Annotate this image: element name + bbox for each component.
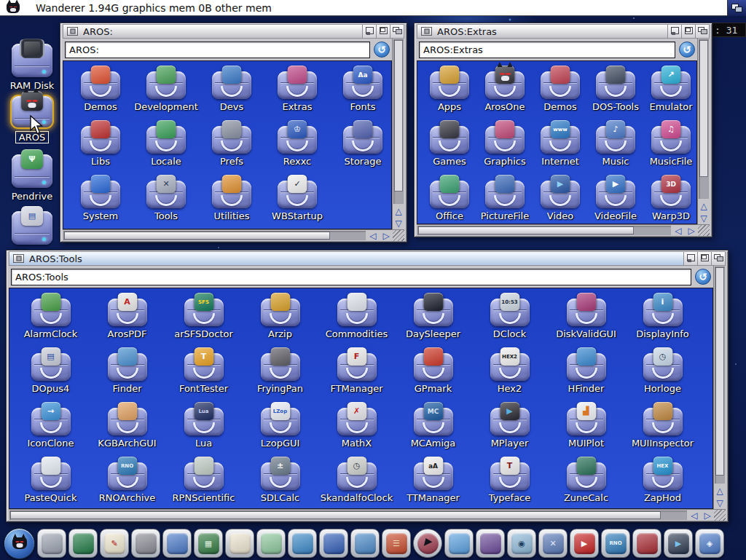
drawer-icon-RPNScientific[interactable]: RPNScientific	[165, 455, 242, 509]
drawer-icon-Apps[interactable]: Apps	[422, 64, 477, 119]
path-input[interactable]	[419, 42, 675, 58]
vscroll-track[interactable]	[699, 39, 709, 199]
hscroll-track[interactable]	[417, 226, 671, 235]
drawer-icon-Extras[interactable]: Extras	[264, 64, 330, 119]
drawer-icon-Arzip[interactable]: Arzip	[242, 291, 318, 346]
titlebar[interactable]: AROS:	[63, 24, 404, 39]
drawer-icon-MUIPlot[interactable]: ▟MUIPlot	[548, 401, 624, 455]
dock-item-video-editor[interactable]	[68, 529, 98, 558]
drawer-icon-Lua[interactable]: LuaLua	[165, 401, 242, 455]
dock-item-image-viewer[interactable]	[350, 529, 380, 558]
drawer-icon-AlarmClock[interactable]: AlarmClock	[12, 291, 89, 346]
screen-depth-gadget[interactable]	[727, 0, 746, 16]
drawer-icon-Demos[interactable]: Demos	[68, 64, 133, 119]
drawer-icon-Hex2[interactable]: HEX2Hex2	[471, 346, 548, 401]
dock-item-calendar-clock[interactable]	[162, 529, 192, 558]
drawer-icon-arSFSDoctor[interactable]: SFSarSFSDoctor	[165, 291, 242, 346]
dock-item-media-player[interactable]	[413, 529, 442, 558]
drawer-icon-SkandalfoClock[interactable]: ◷SkandalfoClock	[318, 455, 395, 509]
titlebar[interactable]: AROS:Tools	[9, 251, 726, 266]
drawer-icon-ArosPDF[interactable]: AArosPDF	[89, 291, 165, 346]
drawer-icon-ZapHod[interactable]: HEXZapHod	[624, 455, 701, 509]
scroll-up-button[interactable]: △	[714, 484, 726, 497]
drawer-icon-FTManager[interactable]: FFTManager	[318, 346, 395, 401]
drawer-icon-Utilities[interactable]: Utilities	[199, 173, 264, 228]
desktop-icon-Pendrive[interactable]: ΨPendrive	[3, 147, 61, 202]
dock-item-network-screens[interactable]	[288, 529, 317, 558]
dock-item-rno-tunes[interactable]: RNO	[601, 529, 630, 558]
resize-grip[interactable]	[393, 230, 404, 241]
depth-gadget[interactable]	[390, 25, 404, 38]
depth-gadget[interactable]	[711, 252, 725, 265]
dock-item-ghost-app[interactable]	[256, 529, 286, 558]
dock-item-monitor[interactable]	[319, 529, 348, 558]
drawer-icon-Development[interactable]: Development	[133, 64, 199, 119]
titlebar[interactable]: AROS:Extras	[417, 24, 710, 39]
drawer-icon-KGBArchGUI[interactable]: KGBArchGUI	[89, 401, 165, 455]
drawer-icon-Libs[interactable]: Libs	[68, 119, 133, 173]
drawer-icon-DaySleeper[interactable]: DaySleeper	[395, 291, 471, 346]
vscroll-track[interactable]	[715, 267, 725, 484]
drawer-icon-MUIInspector[interactable]: MUIInspector	[624, 401, 701, 455]
dock-item-youtube[interactable]: ▶	[570, 529, 599, 558]
path-input[interactable]	[65, 42, 370, 58]
drawer-icon-VideoFile[interactable]: ▶VideoFile	[588, 173, 643, 224]
drawer-icon-FontTester[interactable]: TFontTester	[165, 346, 242, 401]
hscroll-thumb[interactable]	[64, 232, 330, 240]
scroll-left-button[interactable]: ◁	[672, 225, 685, 236]
hscroll-thumb[interactable]	[418, 226, 634, 234]
dock-item-archiver[interactable]	[476, 529, 505, 558]
scroll-left-button[interactable]: ◁	[688, 510, 701, 521]
drawer-icon-Office[interactable]: Office	[422, 173, 477, 224]
drawer-icon-DOpus4[interactable]: ▤DOpus4	[12, 346, 89, 401]
dock-item-file-copy[interactable]	[444, 529, 474, 558]
drawer-icon-FryingPan[interactable]: FryingPan	[242, 346, 318, 401]
zoom-gadget[interactable]	[376, 25, 390, 38]
dock-item-search-tool[interactable]	[131, 529, 160, 558]
drawer-icon-Storage[interactable]: Storage	[330, 119, 392, 173]
vertical-scrollbar[interactable]: △ ▽	[713, 266, 726, 509]
refresh-button[interactable]: ↺	[374, 42, 390, 58]
resize-grip[interactable]	[698, 225, 710, 236]
vertical-scrollbar[interactable]: △ ▽	[392, 39, 404, 229]
drawer-icon-ArosOne[interactable]: ArosOne	[477, 64, 533, 119]
dock-item-toolbox[interactable]: ✕	[538, 529, 568, 558]
iconify-gadget[interactable]	[667, 25, 681, 38]
hscroll-track[interactable]	[9, 510, 687, 520]
drawer-icon-Graphics[interactable]: Graphics	[477, 119, 533, 173]
drawer-icon-RNOArchive[interactable]: RNORNOArchive	[89, 455, 165, 509]
drawer-icon-Warp3D[interactable]: 3DWarp3D	[643, 173, 697, 224]
scroll-up-button[interactable]: △	[393, 205, 404, 217]
desktop-icon-RAM Disk[interactable]: RAM Disk	[3, 36, 61, 91]
drawer-icon-PictureFile[interactable]: PictureFile	[477, 173, 533, 224]
scroll-down-button[interactable]: ▽	[393, 217, 404, 229]
dock-item-web-browser[interactable]: ◈	[695, 529, 724, 558]
scroll-up-button[interactable]: △	[698, 200, 710, 212]
drawer-icon-Commodities[interactable]: Commodities	[318, 291, 395, 346]
dock-item-text-editor[interactable]: ✎	[100, 529, 129, 558]
drawer-icon-IconClone[interactable]: →IconClone	[12, 401, 89, 455]
drawer-icon-Finder[interactable]: Finder	[89, 346, 165, 401]
dock-item-camera[interactable]: ◉	[507, 529, 536, 558]
vscroll-thumb[interactable]	[715, 267, 724, 476]
drawer-icon-Horloge[interactable]: ◷Horloge	[624, 346, 701, 401]
drawer-icon-PasteQuick[interactable]: PasteQuick	[12, 455, 89, 509]
scroll-left-button[interactable]: ◁	[366, 230, 380, 241]
drawer-icon-Internet[interactable]: wwwInternet	[533, 119, 588, 173]
vscroll-thumb[interactable]	[394, 40, 403, 192]
drawer-icon-Emulator[interactable]: ↗Emulator	[643, 64, 697, 119]
drawer-icon-Rexxc[interactable]: ♔Rexxc	[264, 119, 330, 173]
drawer-icon-Music[interactable]: ♪Music	[588, 119, 643, 173]
drawer-icon-Prefs[interactable]: Prefs	[199, 119, 264, 173]
drawer-icon-Devs[interactable]: Devs	[199, 64, 264, 119]
refresh-button[interactable]: ↺	[695, 269, 711, 285]
hscroll-thumb[interactable]	[10, 511, 661, 519]
depth-gadget[interactable]	[695, 25, 709, 38]
dock-item-movie-player[interactable]: ▶	[664, 529, 693, 558]
close-gadget[interactable]	[421, 27, 432, 36]
scroll-right-button[interactable]: ▷	[685, 225, 698, 236]
drawer-icon-DClock[interactable]: 10:53DClock	[471, 291, 548, 346]
drawer-icon-WBStartup[interactable]: ✓WBStartup	[264, 173, 330, 228]
drawer-icon-Games[interactable]: Games	[422, 119, 477, 173]
drawer-icon-Typeface[interactable]: TTypeface	[471, 455, 548, 509]
